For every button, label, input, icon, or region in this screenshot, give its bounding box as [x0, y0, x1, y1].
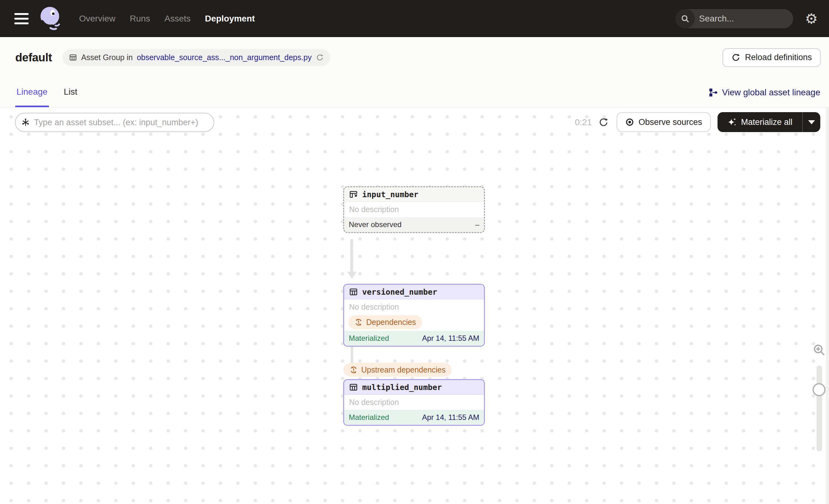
asset-status-value: –: [475, 220, 479, 229]
zoom-slider-handle[interactable]: [813, 383, 826, 396]
top-navbar: Overview Runs Assets Deployment / ⚙: [0, 0, 829, 37]
asset-title: versioned_number: [362, 288, 437, 296]
observe-sources-label: Observe sources: [639, 117, 702, 127]
tab-lineage[interactable]: Lineage: [15, 78, 49, 107]
view-global-asset-lineage-label: View global asset lineage: [722, 87, 820, 98]
changed-dependencies-icon: [354, 318, 363, 326]
zoom-in-icon[interactable]: [812, 343, 826, 357]
asset-node-multiplied-number[interactable]: multiplied_number No description Materia…: [343, 379, 485, 426]
caret-down-icon: [808, 120, 815, 124]
asset-status-label: Materialized: [349, 413, 389, 422]
asset-selection-icon: [21, 118, 30, 127]
global-search[interactable]: /: [676, 9, 793, 28]
asset-status-label: Never observed: [349, 220, 401, 229]
asset-description: No description: [344, 202, 484, 217]
changed-dependencies-icon: [350, 366, 358, 374]
asset-group-label: Asset Group in: [81, 53, 133, 62]
nav-assets[interactable]: Assets: [165, 14, 190, 24]
asset-status-timestamp: Apr 14, 11:55 AM: [422, 334, 479, 343]
refresh-icon-button[interactable]: [598, 113, 609, 132]
dependencies-badge[interactable]: Dependencies: [349, 315, 422, 329]
materialize-all-button[interactable]: Materialize all: [718, 112, 802, 132]
scrollbar-track[interactable]: [826, 107, 829, 504]
source-asset-icon: [349, 190, 358, 199]
observe-sources-button[interactable]: Observe sources: [617, 112, 711, 132]
lineage-canvas[interactable]: 0:21 Observe sources Materialize all: [0, 107, 829, 504]
asset-node-versioned-number[interactable]: versioned_number No description Dependen…: [343, 284, 485, 347]
materialize-all-label: Materialize all: [741, 117, 792, 127]
table-asset-icon: [349, 383, 358, 392]
asset-status-label: Materialized: [349, 334, 389, 343]
asset-group-chip: Asset Group in observable_source_ass..._…: [63, 49, 330, 66]
edge-input-to-versioned: [350, 239, 353, 272]
asset-description: No description: [344, 299, 484, 315]
menu-icon[interactable]: [14, 13, 29, 24]
primary-nav: Overview Runs Assets Deployment: [79, 14, 255, 24]
asset-title: input_number: [362, 190, 419, 199]
refresh-countdown: 0:21: [575, 113, 592, 132]
sparkle-icon: [727, 117, 737, 127]
lineage-graph-icon: [708, 87, 718, 98]
view-global-asset-lineage-link[interactable]: View global asset lineage: [708, 87, 820, 98]
observe-eye-icon: [625, 117, 634, 127]
reload-icon: [731, 53, 741, 62]
table-icon: [69, 53, 77, 62]
dependencies-badge-label: Dependencies: [366, 318, 416, 327]
asset-title: multiplied_number: [362, 383, 442, 392]
tab-list[interactable]: List: [63, 78, 79, 107]
asset-description: No description: [344, 395, 484, 410]
asset-group-file-link[interactable]: observable_source_ass..._non_argument_de…: [137, 53, 312, 62]
nav-runs[interactable]: Runs: [130, 14, 150, 24]
materialize-options-button[interactable]: [803, 112, 820, 132]
dagster-logo[interactable]: [38, 6, 63, 32]
table-asset-icon: [349, 287, 358, 296]
edge-versioned-to-multiplied: [351, 345, 353, 363]
edge-arrowhead-icon: [347, 272, 357, 279]
reload-definitions-label: Reload definitions: [745, 52, 812, 62]
asset-status-timestamp: Apr 14, 11:55 AM: [422, 413, 479, 422]
zoom-slider-track[interactable]: [817, 365, 822, 452]
search-icon: [676, 9, 695, 28]
search-input[interactable]: [695, 14, 793, 24]
upstream-dependencies-label: Upstream dependencies: [361, 365, 446, 374]
nav-overview[interactable]: Overview: [79, 14, 115, 24]
page-title: default: [15, 51, 52, 64]
page-header: default Asset Group in observable_source…: [0, 37, 829, 78]
reload-chip-icon[interactable]: [316, 53, 324, 62]
tabs-bar: Lineage List View global asset lineage: [0, 78, 829, 107]
asset-subset-filter[interactable]: [15, 113, 214, 132]
reload-definitions-button[interactable]: Reload definitions: [722, 48, 821, 67]
upstream-dependencies-badge[interactable]: Upstream dependencies: [344, 363, 452, 376]
settings-gear-icon[interactable]: ⚙: [805, 11, 818, 26]
asset-subset-input[interactable]: [34, 118, 212, 128]
asset-node-input-number[interactable]: input_number No description Never observ…: [343, 186, 485, 233]
nav-deployment[interactable]: Deployment: [205, 14, 255, 24]
materialize-all-button-group: Materialize all: [718, 112, 820, 132]
